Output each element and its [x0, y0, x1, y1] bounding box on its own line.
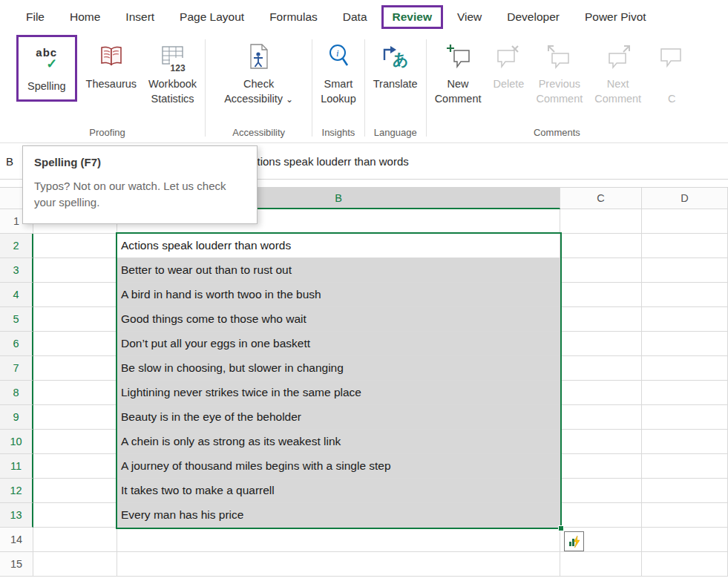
cell-C13[interactable] [560, 503, 642, 528]
cell-B10[interactable]: A chein is only as strong as its weakest… [117, 430, 560, 454]
cell-A8[interactable] [33, 381, 117, 405]
cell-D12[interactable] [642, 479, 728, 503]
cell-C11[interactable] [560, 454, 642, 479]
cell-B13[interactable]: Every man has his price [117, 503, 560, 528]
cell-C15[interactable] [560, 552, 642, 577]
name-box[interactable]: B [6, 155, 13, 168]
cell-A13[interactable] [33, 503, 117, 528]
cell-D2[interactable] [642, 234, 728, 258]
row-header-9[interactable]: 9 [0, 405, 33, 430]
cell-A9[interactable] [33, 405, 117, 430]
row-header-11[interactable]: 11 [0, 454, 33, 479]
row-header-13[interactable]: 13 [0, 503, 33, 528]
tab-developer[interactable]: Developer [496, 5, 571, 29]
row-header-12[interactable]: 12 [0, 479, 33, 503]
cell-B2[interactable]: Actions speak louderr than words [117, 234, 560, 258]
tab-review[interactable]: Review [381, 5, 443, 29]
row-header-8[interactable]: 8 [0, 381, 33, 405]
cell-D10[interactable] [642, 430, 728, 454]
cell-D8[interactable] [642, 381, 728, 405]
cell-A11[interactable] [33, 454, 117, 479]
cell-B14[interactable] [117, 528, 560, 552]
show-comments-icon [658, 38, 685, 75]
thesaurus-button[interactable]: Thesaurus [80, 33, 143, 91]
cell-C10[interactable] [560, 430, 642, 454]
tab-home[interactable]: Home [59, 5, 111, 29]
cell-C4[interactable] [560, 283, 642, 307]
cell-C5[interactable] [560, 307, 642, 332]
cell-B12[interactable]: It takes two to make a quarrell [117, 479, 560, 503]
tab-file[interactable]: File [15, 5, 56, 29]
tab-insert[interactable]: Insert [114, 5, 165, 29]
cell-C3[interactable] [560, 258, 642, 283]
row-header-10[interactable]: 10 [0, 430, 33, 454]
cell-A4[interactable] [33, 283, 117, 307]
check-accessibility-button[interactable]: Check Accessibility [208, 33, 309, 107]
column-header-D[interactable]: D [642, 188, 728, 209]
show-comments-button-partial[interactable]: C [652, 33, 685, 107]
tab-formulas[interactable]: Formulas [258, 5, 329, 29]
tab-power-pivot[interactable]: Power Pivot [574, 5, 658, 29]
row-header-7[interactable]: 7 [0, 356, 33, 381]
cell-D7[interactable] [642, 356, 728, 381]
cell-A2[interactable] [33, 234, 117, 258]
row-header-2[interactable]: 2 [0, 234, 33, 258]
cell-C9[interactable] [560, 405, 642, 430]
cell-C2[interactable] [560, 234, 642, 258]
cell-A7[interactable] [33, 356, 117, 381]
ribbon: abc Spelling Thesaurus [0, 33, 728, 143]
delete-comment-button[interactable]: Delete [488, 33, 531, 91]
cell-C1[interactable] [560, 209, 642, 234]
new-comment-button[interactable]: New Comment [429, 33, 488, 107]
tab-data[interactable]: Data [332, 5, 378, 29]
cell-D4[interactable] [642, 283, 728, 307]
cell-C8[interactable] [560, 381, 642, 405]
cell-A14[interactable] [33, 528, 117, 552]
cell-C6[interactable] [560, 332, 642, 356]
row-header-6[interactable]: 6 [0, 332, 33, 356]
cell-B9[interactable]: Beauty is in the eye of the beholder [117, 405, 560, 430]
tab-view[interactable]: View [446, 5, 493, 29]
cell-D3[interactable] [642, 258, 728, 283]
row-header-5[interactable]: 5 [0, 307, 33, 332]
cell-C7[interactable] [560, 356, 642, 381]
cell-D1[interactable] [642, 209, 728, 234]
column-header-C[interactable]: C [560, 188, 642, 209]
cell-A10[interactable] [33, 430, 117, 454]
cell-A5[interactable] [33, 307, 117, 332]
cell-D9[interactable] [642, 405, 728, 430]
cell-B7[interactable]: Be slow in choosing, but slower in chang… [117, 356, 560, 381]
cell-D15[interactable] [642, 552, 728, 577]
cell-D14[interactable] [642, 528, 728, 552]
cell-C12[interactable] [560, 479, 642, 503]
cell-B3[interactable]: Better to wear out than to rust out [117, 258, 560, 283]
cell-B6[interactable]: Don’t put all your eggs in one baskett [117, 332, 560, 356]
row-header-15[interactable]: 15 [0, 552, 33, 577]
cell-A15[interactable] [33, 552, 117, 577]
cell-A3[interactable] [33, 258, 117, 283]
smart-lookup-button[interactable]: i Smart Lookup [315, 33, 362, 107]
ribbon-group-language: あ Translate Language [367, 33, 424, 142]
row-header-3[interactable]: 3 [0, 258, 33, 283]
cell-B11[interactable]: A journey of thousand miles begins with … [117, 454, 560, 479]
tab-page-layout[interactable]: Page Layout [168, 5, 255, 29]
spelling-button[interactable]: abc Spelling [16, 35, 77, 102]
cell-B5[interactable]: Good things come to those who wait [117, 307, 560, 332]
cell-A12[interactable] [33, 479, 117, 503]
row-header-4[interactable]: 4 [0, 283, 33, 307]
row-header-14[interactable]: 14 [0, 528, 33, 552]
cell-D11[interactable] [642, 454, 728, 479]
next-comment-button[interactable]: Next Comment [588, 33, 647, 107]
cell-D5[interactable] [642, 307, 728, 332]
cell-D13[interactable] [642, 503, 728, 528]
cell-D6[interactable] [642, 332, 728, 356]
translate-button[interactable]: あ Translate [367, 33, 424, 91]
workbook-statistics-button[interactable]: 123 Workbook Statistics [142, 33, 203, 107]
previous-comment-button[interactable]: Previous Comment [530, 33, 588, 107]
formula-bar[interactable]: Actions speak louderr than words [244, 155, 409, 168]
cell-A6[interactable] [33, 332, 117, 356]
quick-analysis-button[interactable] [564, 531, 584, 551]
cell-B8[interactable]: Lightining never strikes twice in the sa… [117, 381, 560, 405]
cell-B4[interactable]: A bird in hand is worth twoo in the bush [117, 283, 560, 307]
cell-B15[interactable] [117, 552, 560, 577]
